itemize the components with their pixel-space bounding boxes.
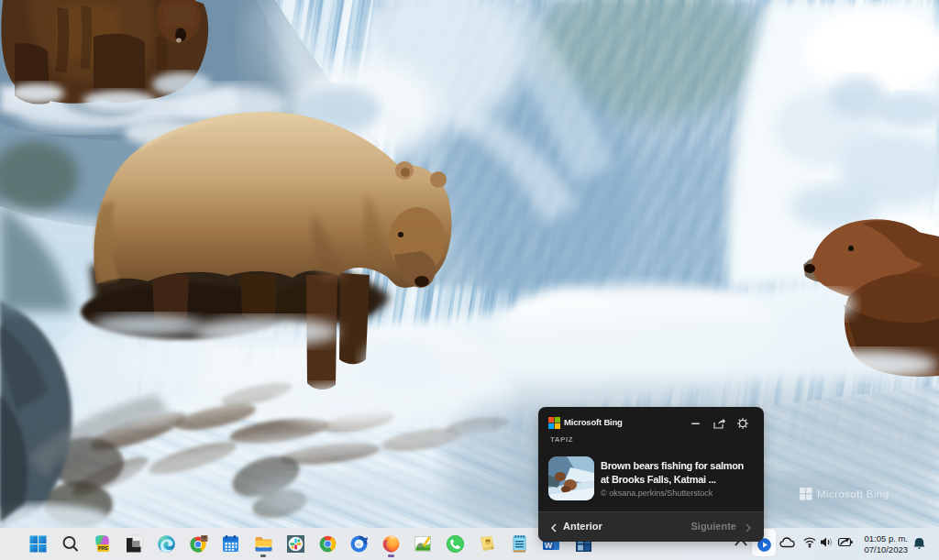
svg-text:W: W [545,541,553,550]
svg-text:Microsoft Bing: Microsoft Bing [817,489,889,500]
svg-text:PRE: PRE [98,545,108,551]
